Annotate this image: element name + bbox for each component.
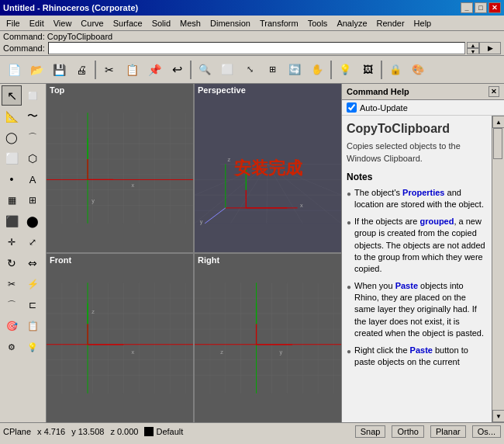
menu-render[interactable]: Render [372,17,409,29]
auto-update-checkbox[interactable] [347,102,357,113]
properties-link[interactable]: Properties [402,188,444,197]
snap-button[interactable]: Snap [355,425,386,438]
menu-dimension[interactable]: Dimension [205,17,255,29]
properties-tool[interactable]: ⚙ [2,337,22,357]
zoom-selected-button[interactable]: ⊞ [261,59,283,81]
status-z: z 0.000 [110,427,138,436]
command-input[interactable] [48,42,465,54]
command-history: Command: CopyToClipboard [3,32,501,41]
menu-file[interactable]: File [2,17,25,29]
svg-text:z: z [91,308,95,315]
scale-tool[interactable]: ⤢ [22,232,43,252]
rotate-view-button[interactable]: 🔄 [284,59,306,81]
help-panel-inner: CopyToClipboard Copies selected objects … [342,116,504,422]
lock-button[interactable]: 🔒 [385,59,406,81]
close-button[interactable]: ✕ [488,2,501,13]
arc-tool[interactable]: ⌒ [22,127,43,147]
render-button[interactable]: 💡 [334,59,356,81]
menu-tools[interactable]: Tools [303,17,333,29]
rectangle-tool[interactable]: ⬜ [2,148,22,168]
split-tool[interactable]: ⚡ [22,274,43,294]
paste-button[interactable]: 📌 [143,59,165,81]
select-window-tool[interactable]: ⬜ [22,85,43,106]
ortho-button[interactable]: Ortho [392,425,424,438]
svg-text:z: z [227,156,230,163]
copy-button[interactable]: 📋 [121,59,143,81]
polyline-tool[interactable]: 📐 [2,106,22,127]
select-tool[interactable]: ↖ [2,85,22,106]
menu-help[interactable]: Help [409,17,437,29]
offset-tool[interactable]: ⊏ [22,295,43,315]
curve-tool[interactable]: 〜 [22,106,43,127]
lights-tool[interactable]: 💡 [22,337,43,357]
scroll-track[interactable] [492,128,504,410]
cut-button[interactable]: ✂ [98,59,120,81]
rotate-tool[interactable]: ↻ [2,253,22,273]
viewport-perspective[interactable]: Perspective 安装完成 [195,84,341,252]
help-bullet-1: ● [347,189,351,199]
menu-edit[interactable]: Edit [25,17,49,29]
command-bar: Command: CopyToClipboard Command: ▲ ▼ ▶ [0,31,504,56]
mirror-tool[interactable]: ⇔ [22,253,43,273]
solid-box-tool[interactable]: ⬛ [2,211,22,231]
planar-button[interactable]: Planar [430,425,466,438]
text-tool[interactable]: A [22,169,43,189]
grouped-link[interactable]: grouped [419,217,454,226]
move-tool[interactable]: ✛ [2,232,22,252]
chinese-text-overlay: 安装完成 [234,157,302,180]
command-down-arrow[interactable]: ▼ [467,48,479,54]
menu-solid[interactable]: Solid [147,17,175,29]
scroll-up-button[interactable]: ▲ [492,116,504,128]
paste-link-1[interactable]: Paste [395,281,418,290]
minimize-button[interactable]: _ [461,2,473,13]
fillet-tool[interactable]: ⌒ [2,295,22,315]
pan-button[interactable]: ✋ [306,59,328,81]
viewport-top[interactable]: Top [47,84,193,252]
menu-curve[interactable]: Curve [76,17,108,29]
zoom-button[interactable]: 🔍 [194,59,216,81]
menu-surface[interactable]: Surface [109,17,147,29]
layer-tool[interactable]: 📋 [22,316,43,336]
undo-button[interactable]: ↩ [166,59,188,81]
menu-analyze[interactable]: Analyze [332,17,371,29]
command-right-arrow[interactable]: ▶ [479,42,501,54]
mesh-tool[interactable]: ⊞ [22,190,43,210]
menu-view[interactable]: View [49,17,77,29]
scroll-down-button[interactable]: ▼ [492,410,504,422]
print-button[interactable]: 🖨 [71,59,92,81]
command-label: Command: [3,43,45,53]
object-snap-tool[interactable]: 🎯 [2,316,22,336]
maximize-button[interactable]: □ [475,2,487,13]
left-sidebar: ↖ ⬜ 📐 〜 ◯ ⌒ ⬜ ⬡ • A ▦ ⊞ ⬛ ⬤ ✛ ⤢ [0,84,47,422]
help-note-2: ● If the objects are grouped, a new grou… [347,216,487,276]
main-layout: ↖ ⬜ 📐 〜 ◯ ⌒ ⬜ ⬡ • A ▦ ⊞ ⬛ ⬤ ✛ ⤢ [0,84,504,422]
save-button[interactable]: 💾 [48,59,70,81]
command-up-arrow[interactable]: ▲ [467,42,479,48]
viewport-top-label: Top [50,85,64,95]
viewport-right[interactable]: Right z y [195,254,341,422]
scroll-thumb[interactable] [493,128,502,159]
menu-mesh[interactable]: Mesh [175,17,205,29]
solid-sphere-tool[interactable]: ⬤ [22,211,43,231]
trim-tool[interactable]: ✂ [2,274,22,294]
os-button[interactable]: Os... [472,425,501,438]
circle-tool[interactable]: ◯ [2,127,22,147]
render-preview-button[interactable]: 🖼 [357,59,378,81]
paste-link-2[interactable]: Paste [410,345,433,355]
surface-tool[interactable]: ▦ [2,190,22,210]
new-button[interactable]: 📄 [3,59,25,81]
point-tool[interactable]: • [2,169,22,189]
viewport-front[interactable]: Front x z [47,254,193,422]
help-scrollbar[interactable]: ▲ ▼ [492,116,504,422]
polygon-tool[interactable]: ⬡ [22,148,43,168]
help-close-button[interactable]: ✕ [488,86,499,97]
title-bar-buttons[interactable]: _ □ ✕ [461,2,501,13]
command-scroll[interactable]: ▲ ▼ [467,42,479,54]
viewport-right-label: Right [198,255,219,265]
color-button[interactable]: 🎨 [407,59,429,81]
menu-transform[interactable]: Transform [255,17,303,29]
zoom-window-button[interactable]: ⬜ [216,59,238,81]
zoom-extents-button[interactable]: ⤡ [239,59,261,81]
title-bar: Untitled - Rhinoceros (Corporate) _ □ ✕ [0,0,504,16]
open-button[interactable]: 📂 [26,59,47,81]
